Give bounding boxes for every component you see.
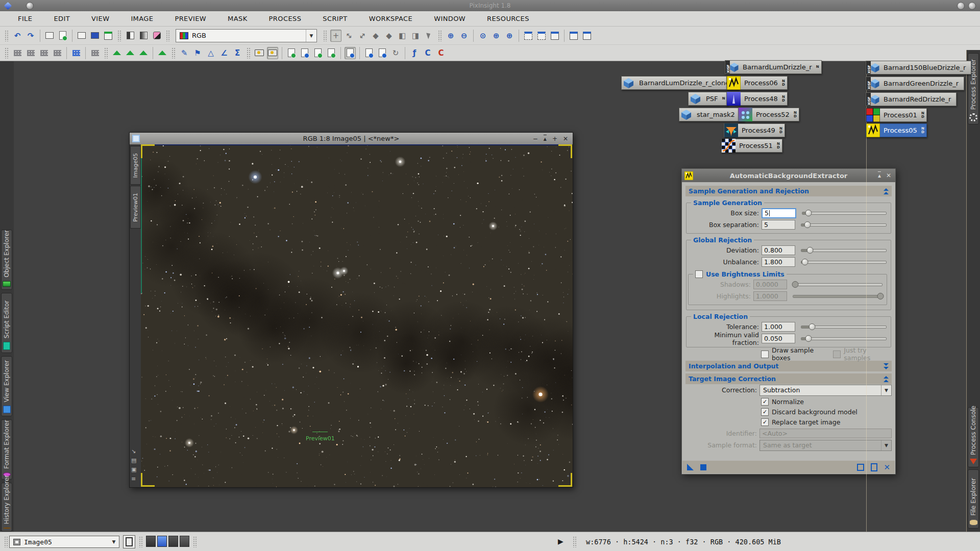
box-size-slider[interactable] — [802, 209, 887, 217]
unbalance-slider[interactable] — [801, 258, 887, 266]
zoom-in-icon[interactable]: ⊕ — [445, 30, 456, 42]
toolbar-drag-handle[interactable] — [166, 30, 169, 41]
starfield-image[interactable] — [141, 144, 573, 487]
desktop-icon-process51[interactable]: Process51 N D — [721, 139, 782, 153]
workspace-1-icon[interactable] — [12, 47, 23, 59]
undo-icon[interactable]: ↶ — [12, 30, 23, 42]
menu-script[interactable]: SCRIPT — [312, 15, 358, 22]
statistics-icon[interactable]: Σ — [232, 47, 243, 59]
desktop-icon-star-mask2[interactable]: star_mask2 N — [679, 108, 745, 121]
reset-icon[interactable]: ✕ — [884, 464, 890, 471]
chevron-down-icon[interactable]: ▼ — [109, 536, 119, 547]
new-process-doc-icon[interactable] — [312, 47, 324, 59]
window-close-button[interactable] — [968, 2, 976, 10]
zoom-window-icon[interactable] — [581, 30, 593, 42]
redo-icon[interactable]: ↷ — [25, 30, 36, 42]
toolbar-drag-handle[interactable] — [5, 30, 8, 41]
discard-background-checkbox[interactable]: ✓ — [761, 408, 769, 416]
dynamic-crop-icon[interactable] — [549, 30, 560, 42]
browse-documentation-icon[interactable] — [345, 47, 356, 59]
desktop-icon-psf[interactable]: PSF N — [688, 92, 728, 106]
apply-global-icon[interactable] — [700, 464, 706, 470]
apply-instance-icon[interactable] — [687, 464, 694, 470]
toolbar-drag-handle[interactable] — [172, 47, 175, 59]
sidebar-tab-script-editor[interactable]: Script Editor — [1, 293, 12, 353]
image-close-icon[interactable]: ✕ — [563, 135, 568, 142]
workspace-3-icon[interactable] — [38, 47, 50, 59]
new-preview-mode-icon[interactable] — [523, 30, 534, 42]
zoom-shrink-icon[interactable]: ↔ — [354, 27, 371, 44]
sidebar-tab-history-explorer[interactable]: History Explorer — [1, 483, 12, 532]
workspace-button-2[interactable] — [157, 536, 167, 547]
color-management-icon[interactable] — [151, 30, 162, 42]
preview-marker[interactable]: Preview01 — [306, 432, 335, 442]
readout-mode-icon[interactable]: + — [330, 30, 341, 42]
collapse-section-icon[interactable] — [884, 375, 889, 383]
fit-window-icon[interactable] — [568, 30, 579, 42]
statusbar-drag-handle[interactable] — [4, 536, 8, 547]
desktop-icon-barnardlumdrizzle-r[interactable]: BarnardLumDrizzle_r N — [725, 60, 822, 74]
abe-dialog[interactable]: AutomaticBackgroundExtractor ▴ ✕ Sample … — [681, 168, 896, 474]
annotate-pen-icon[interactable]: ✎ — [179, 47, 190, 59]
browse-doc-icon[interactable] — [871, 463, 877, 471]
image-shade-icon[interactable]: ▴ — [544, 135, 547, 142]
edit-preview-mode-icon[interactable] — [536, 30, 547, 42]
duplicate-window-icon[interactable] — [44, 30, 55, 42]
menu-mask[interactable]: MASK — [217, 15, 258, 22]
expand-section-icon[interactable] — [884, 363, 889, 370]
collapse-section-icon[interactable] — [884, 188, 889, 195]
image-zoom-icon[interactable]: + — [552, 135, 557, 142]
stf-left-icon[interactable]: ◧ — [397, 30, 408, 42]
menu-process[interactable]: PROCESS — [258, 15, 312, 22]
flag-icon[interactable]: ⚑ — [192, 47, 203, 59]
zoom-out-icon[interactable]: ⊖ — [458, 30, 470, 42]
gradient-display-icon[interactable] — [138, 30, 149, 42]
tolerance-slider[interactable] — [801, 323, 887, 331]
preview-toggle-button[interactable] — [123, 535, 135, 548]
save-process-icon[interactable] — [377, 47, 388, 59]
desktop-icon-barnardreddrizzle-r[interactable]: BarnardRedDrizzle_r — [866, 92, 957, 106]
window-minimize-button[interactable] — [957, 2, 965, 10]
load-process-icon[interactable] — [363, 47, 375, 59]
workspace-button-4[interactable] — [180, 536, 189, 547]
deviation-slider[interactable] — [801, 246, 887, 254]
workspace-button-3[interactable] — [168, 536, 178, 547]
invert-display-icon[interactable] — [125, 30, 136, 42]
min-valid-fraction-slider[interactable] — [801, 335, 887, 342]
chevron-down-icon[interactable]: ▼ — [306, 30, 316, 42]
pointer-tool-icon[interactable] — [423, 30, 434, 42]
refresh-icon[interactable]: ↻ — [390, 47, 401, 59]
box-size-input[interactable]: 5 — [762, 208, 796, 218]
use-brightness-limits-checkbox[interactable] — [695, 270, 703, 278]
statusbar-drag-handle[interactable] — [193, 536, 197, 547]
view-tab-image05[interactable]: Image05 — [130, 146, 141, 185]
desktop-icon-process01[interactable]: Process01 N D — [866, 108, 927, 122]
edit-instance-doc-icon[interactable] — [299, 47, 310, 59]
menu-workspace[interactable]: WORKSPACE — [358, 15, 423, 22]
new-image-icon[interactable] — [76, 30, 87, 42]
menu-edit[interactable]: EDIT — [43, 15, 81, 22]
scroll-corner-icon[interactable]: ↘ — [131, 448, 136, 455]
statusbar-drag-handle[interactable] — [139, 536, 142, 547]
abort-icon[interactable]: C — [435, 47, 447, 59]
pages-icon[interactable]: ≡ — [131, 476, 136, 482]
workspace-2-icon[interactable] — [25, 47, 36, 59]
statusbar-drag-handle[interactable] — [573, 536, 576, 547]
desktop-icon-process05[interactable]: Process05 N D — [866, 123, 927, 137]
section-sample-generation-rejection[interactable]: Sample Generation and Rejection — [685, 186, 892, 196]
track-view-icon[interactable] — [857, 464, 864, 471]
menu-preview[interactable]: PREVIEW — [164, 15, 217, 22]
zoom-to-fit-icon[interactable]: ⊕ — [491, 30, 502, 42]
toolbar-drag-handle[interactable] — [104, 47, 108, 59]
menu-window[interactable]: WINDOW — [423, 15, 476, 22]
replace-target-checkbox[interactable]: ✓ — [761, 418, 769, 426]
expand-explorer-3-icon[interactable] — [138, 47, 149, 59]
image-window-titlebar[interactable]: RGB 1:8 Image05 | <*new*> − ▴ + ✕ — [130, 133, 573, 145]
expand-explorer-4-icon[interactable] — [157, 47, 168, 59]
select-view-icon[interactable]: ▣ — [131, 467, 136, 473]
center-image-icon[interactable]: ◆ — [383, 30, 395, 42]
screen-capture-icon[interactable] — [267, 47, 278, 59]
function-icon[interactable]: ƒ — [409, 47, 420, 59]
image-window[interactable]: RGB 1:8 Image05 | <*new*> − ▴ + ✕ Image0… — [129, 132, 573, 488]
section-interpolation-output[interactable]: Interpolation and Output — [685, 361, 892, 371]
